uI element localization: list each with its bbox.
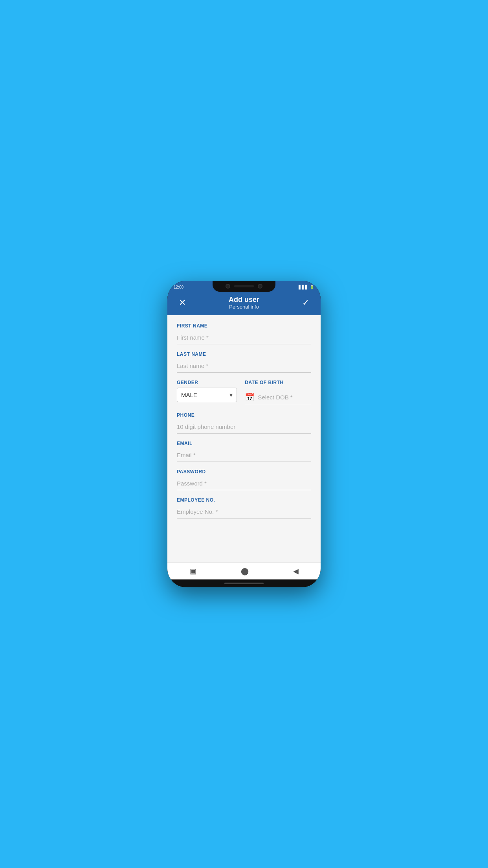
first-name-label: FIRST NAME — [177, 323, 311, 329]
calendar-icon: 📅 — [245, 392, 255, 402]
gender-value: MALE — [181, 392, 229, 398]
home-indicator — [167, 579, 321, 587]
password-input[interactable] — [177, 477, 311, 490]
last-name-label: LAST NAME — [177, 351, 311, 357]
employee-no-label: EMPLOYEE NO. — [177, 497, 311, 503]
dob-label: DATE OF BIRTH — [245, 380, 311, 385]
email-label: EMAIL — [177, 441, 311, 446]
app-header: ✕ Add user Personal info ✓ — [167, 292, 321, 315]
phone-input[interactable] — [177, 420, 311, 434]
first-name-section: FIRST NAME — [177, 323, 311, 344]
email-input[interactable] — [177, 449, 311, 462]
gender-dob-row: GENDER MALE ▾ DATE OF BIRTH 📅 Select DOB… — [177, 380, 311, 405]
status-icons: ▋▋▋ 🔋 — [299, 285, 314, 289]
status-time: 12:00 — [174, 285, 183, 289]
nav-square-icon[interactable]: ▣ — [190, 567, 196, 576]
gender-section: GENDER MALE ▾ — [177, 380, 237, 402]
dob-section: DATE OF BIRTH 📅 Select DOB * — [245, 380, 311, 405]
chevron-down-icon: ▾ — [229, 391, 233, 399]
dob-placeholder: Select DOB * — [258, 394, 292, 401]
bottom-nav: ▣ ⬤ ◀ — [167, 562, 321, 579]
dob-picker[interactable]: 📅 Select DOB * — [245, 388, 311, 405]
last-name-input[interactable] — [177, 359, 311, 373]
screen-content: FIRST NAME LAST NAME GENDER MALE ▾ DATE … — [167, 315, 321, 562]
notch — [213, 281, 275, 292]
phone-section: PHONE — [177, 412, 311, 434]
phone-frame: 12:00 ▋▋▋ 🔋 ✕ Add user Personal info ✓ F… — [167, 281, 321, 587]
confirm-button[interactable]: ✓ — [299, 298, 313, 307]
header-title: Add user Personal info — [189, 296, 299, 310]
gender-select[interactable]: MALE ▾ — [177, 388, 237, 402]
password-section: PASSWORD — [177, 469, 311, 490]
battery-icon: 🔋 — [310, 285, 314, 289]
password-label: PASSWORD — [177, 469, 311, 474]
employee-no-section: EMPLOYEE NO. — [177, 497, 311, 519]
header-title-sub: Personal info — [189, 304, 299, 310]
gender-label: GENDER — [177, 380, 237, 385]
email-section: EMAIL — [177, 441, 311, 462]
nav-home-icon[interactable]: ⬤ — [241, 567, 249, 576]
close-button[interactable]: ✕ — [175, 298, 189, 307]
home-bar — [224, 583, 264, 584]
front-camera — [226, 284, 230, 289]
phone-label: PHONE — [177, 412, 311, 418]
signal-icon: ▋▋▋ — [299, 285, 308, 289]
nav-back-icon[interactable]: ◀ — [293, 567, 299, 576]
front-sensor — [258, 284, 262, 289]
speaker — [234, 285, 254, 287]
header-title-main: Add user — [189, 296, 299, 304]
employee-no-input[interactable] — [177, 505, 311, 519]
last-name-section: LAST NAME — [177, 351, 311, 373]
first-name-input[interactable] — [177, 331, 311, 344]
bottom-spacer — [177, 526, 311, 549]
